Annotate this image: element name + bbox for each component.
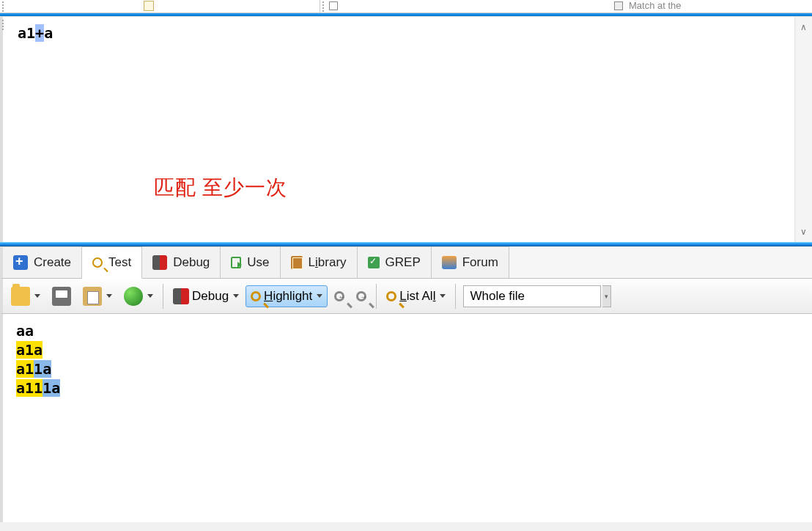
highlight-button[interactable]: Highlight [246, 285, 328, 307]
tab-create[interactable]: Create [3, 246, 82, 278]
find-next-button[interactable] [351, 288, 372, 305]
test-line: a11a [16, 359, 799, 378]
scroll-up-icon[interactable]: ∧ [797, 21, 809, 33]
find-prev-button[interactable] [329, 288, 350, 305]
chevron-down-icon [34, 294, 40, 298]
match-highlight: 1a [34, 360, 51, 378]
test-text-pane[interactable]: aaa1aa11aa111a [0, 314, 812, 522]
match-highlight: a11 [16, 379, 43, 397]
scroll-down-icon[interactable]: ∨ [797, 226, 809, 238]
create-icon [13, 255, 28, 270]
globe-icon [124, 287, 143, 306]
chevron-down-icon [147, 294, 153, 298]
match-highlight: 1a [43, 379, 60, 397]
separator [376, 284, 377, 309]
regex-text-part: a1 [18, 24, 35, 42]
regex-editor-pane[interactable]: a1+a 匹配 至少一次 ∧ ∨ [0, 16, 812, 242]
grep-icon [368, 257, 380, 268]
match-highlight: a1 [16, 360, 34, 378]
test-toolbar: Debug Highlight List All Whole file ▾ [0, 279, 812, 314]
checkbox-option-2[interactable] [614, 1, 623, 10]
tab-grep[interactable]: GREP [358, 246, 432, 278]
chevron-down-icon [440, 294, 446, 298]
tab-label: Library [309, 255, 347, 270]
library-icon [291, 256, 303, 269]
scrollbar-vertical[interactable]: ∧ ∨ [794, 17, 812, 242]
tab-bar: Create Test Debug Use Library GREP Forum [0, 246, 812, 279]
debug-button[interactable]: Debug [168, 285, 244, 308]
regex-input-text[interactable]: a1+a [18, 24, 53, 42]
grip-icon [2, 1, 4, 12]
snippet-icon[interactable] [144, 1, 154, 11]
search-icon [251, 291, 261, 301]
tab-test[interactable]: Test [82, 246, 142, 279]
tab-label: Use [247, 255, 269, 270]
save-button[interactable] [47, 283, 76, 310]
chevron-down-icon [233, 294, 239, 298]
regex-cursor-selection: + [35, 24, 44, 42]
search-icon [92, 257, 103, 268]
option-label-2: Match at the [629, 0, 682, 11]
grip-icon [2, 20, 4, 30]
search-icon [386, 291, 396, 301]
debug-icon [152, 255, 167, 270]
grip-icon [322, 1, 325, 12]
separator [455, 284, 456, 309]
updown-icon: ▾ [605, 293, 608, 300]
test-line: a111a [16, 378, 799, 398]
plain-text: aa [16, 322, 34, 340]
folder-icon [11, 287, 30, 306]
match-highlight: a1a [16, 341, 43, 359]
annotation-text: 匹配 至少一次 [154, 174, 287, 202]
zoom-prev-icon [334, 291, 344, 301]
test-line: a1a [16, 340, 799, 359]
separator [163, 284, 163, 309]
button-label: Debug [192, 289, 229, 304]
tab-label: GREP [385, 255, 421, 270]
regex-text-part: a [44, 24, 53, 42]
separator [320, 0, 320, 13]
checkbox-option-1[interactable] [329, 1, 338, 10]
test-line: aa [16, 321, 799, 340]
use-icon [231, 257, 241, 268]
combo-handle[interactable]: ▾ [602, 285, 611, 307]
button-label: Highlight [264, 289, 312, 304]
web-button[interactable] [119, 283, 158, 310]
button-label: List All [399, 289, 435, 304]
tab-label: Test [108, 255, 131, 270]
top-options-bar: Match at the [0, 0, 812, 13]
forum-icon [442, 256, 457, 269]
tab-library[interactable]: Library [281, 246, 358, 278]
tab-forum[interactable]: Forum [432, 246, 509, 278]
list-all-button[interactable]: List All [381, 285, 451, 307]
scope-combo[interactable]: Whole file [463, 285, 601, 307]
tab-label: Create [34, 255, 71, 270]
tab-debug[interactable]: Debug [142, 246, 221, 278]
chevron-down-icon [317, 294, 322, 298]
tab-label: Forum [462, 255, 498, 270]
paste-button[interactable] [78, 283, 117, 310]
paste-icon [83, 287, 102, 306]
debug-icon [173, 288, 189, 304]
combo-value: Whole file [470, 289, 525, 304]
tab-use[interactable]: Use [221, 246, 280, 278]
save-icon [52, 287, 71, 306]
zoom-next-icon [356, 291, 366, 301]
tab-label: Debug [173, 255, 210, 270]
open-button[interactable] [6, 283, 45, 310]
chevron-down-icon [106, 294, 112, 298]
